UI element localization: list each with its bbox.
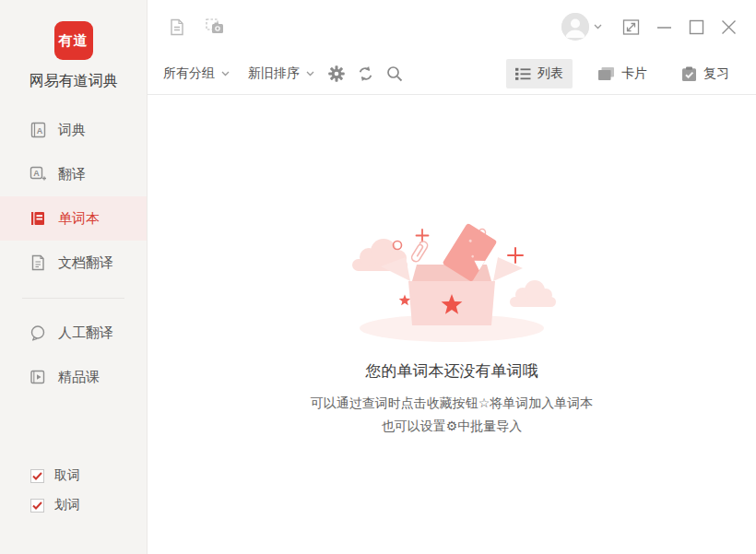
- sidebar-item-label: 文档翻译: [58, 254, 113, 272]
- maximize-icon: [689, 19, 704, 35]
- youdao-logo: 有道: [54, 21, 93, 60]
- empty-state-hints: 可以通过查词时点击收藏按钮☆将单词加入单词本 也可以设置⚙中批量导入: [311, 392, 594, 438]
- cloud-right-shape: [510, 280, 556, 307]
- new-document-button[interactable]: [169, 18, 185, 36]
- wordbook-toolbar: 所有分组 新旧排序: [148, 53, 756, 95]
- translate-icon: A: [29, 165, 47, 183]
- wordbook-content: 您的单词本还没有单词哦 可以通过查词时点击收藏按钮☆将单词加入单词本 也可以设置…: [148, 95, 756, 554]
- sidebar-item-document-translate[interactable]: 文档翻译: [0, 241, 147, 285]
- card-view-icon: [597, 66, 615, 82]
- toggle-word-capture[interactable]: 取词: [30, 461, 147, 490]
- sidebar-item-courses[interactable]: 精品课: [0, 355, 147, 399]
- view-label: 复习: [703, 65, 729, 82]
- wordbook-icon: [29, 209, 47, 228]
- chevron-down-icon: [221, 71, 230, 77]
- list-view-icon: [515, 67, 531, 81]
- group-filter-label: 所有分组: [163, 65, 215, 82]
- toggle-word-select[interactable]: 划词: [30, 490, 147, 520]
- chevron-down-icon: [306, 71, 314, 77]
- screenshot-capture-icon: [206, 18, 224, 35]
- capture-toggles: 取词 划词: [0, 461, 147, 554]
- sidebar-item-dictionary[interactable]: A 词典: [0, 108, 147, 152]
- view-card-button[interactable]: 卡片: [588, 59, 656, 88]
- paperclip-shape: [410, 240, 429, 263]
- document-translate-icon: [29, 253, 47, 272]
- sidebar-item-label: 翻译: [58, 166, 86, 183]
- toggle-label: 取词: [54, 467, 80, 484]
- titlebar: [148, 0, 756, 53]
- new-document-icon: [169, 18, 185, 36]
- sidebar-item-label: 精品课: [58, 369, 100, 386]
- maximize-button[interactable]: [689, 19, 704, 35]
- sidebar-item-label: 单词本: [58, 210, 100, 228]
- settings-gear-button[interactable]: [328, 65, 345, 82]
- minimize-icon: [656, 19, 672, 35]
- toggle-label: 划词: [54, 497, 80, 513]
- empty-wordbook-illustration: [313, 211, 590, 349]
- view-switcher: 列表 卡片 复习: [506, 59, 738, 88]
- view-label: 列表: [537, 65, 563, 82]
- sort-order-label: 新旧排序: [248, 65, 300, 82]
- check-icon: [32, 472, 42, 480]
- empty-state-hint-line: 也可以设置⚙中批量导入: [311, 415, 594, 438]
- close-button[interactable]: [721, 19, 737, 35]
- minimize-button[interactable]: [656, 19, 672, 35]
- sidebar-item-translate[interactable]: A 翻译: [0, 152, 147, 196]
- sidebar: 有道 网易有道词典 A 词典 A: [0, 0, 148, 554]
- sidebar-item-label: 词典: [58, 122, 86, 139]
- search-button[interactable]: [386, 65, 403, 82]
- review-button[interactable]: 复习: [672, 59, 738, 88]
- user-avatar-icon: [561, 13, 589, 41]
- close-icon: [721, 19, 737, 35]
- settings-gear-icon: [328, 65, 345, 82]
- mini-mode-button[interactable]: [622, 18, 640, 36]
- view-list-button[interactable]: 列表: [506, 59, 573, 88]
- toolbar-action-icons: [328, 65, 403, 82]
- word-select-checkbox[interactable]: [30, 499, 44, 513]
- svg-text:A: A: [37, 126, 43, 136]
- mini-mode-icon: [622, 18, 640, 36]
- sort-order-dropdown[interactable]: 新旧排序: [248, 65, 314, 82]
- view-label: 卡片: [621, 65, 647, 82]
- sidebar-nav: A 词典 A 翻译: [0, 108, 147, 399]
- sidebar-item-wordbook[interactable]: 单词本: [0, 196, 147, 241]
- main-panel: 所有分组 新旧排序: [148, 0, 756, 554]
- course-icon: [29, 368, 47, 386]
- chevron-down-icon: [594, 24, 602, 29]
- svg-text:A: A: [33, 169, 40, 178]
- refresh-icon: [357, 65, 374, 82]
- word-capture-checkbox[interactable]: [30, 469, 44, 483]
- brand: 有道 网易有道词典: [0, 0, 147, 91]
- youdao-dictionary-window: 有道 网易有道词典 A 词典 A: [0, 0, 756, 554]
- empty-state-hint-line: 可以通过查词时点击收藏按钮☆将单词加入单词本: [311, 392, 594, 415]
- account-menu[interactable]: [561, 13, 602, 41]
- check-icon: [32, 501, 42, 510]
- screenshot-capture-button[interactable]: [206, 18, 224, 35]
- human-translate-icon: [29, 324, 47, 342]
- dictionary-icon: A: [29, 121, 47, 139]
- review-icon: [681, 66, 697, 82]
- empty-state-title: 您的单词本还没有单词哦: [366, 360, 538, 383]
- search-icon: [386, 65, 403, 82]
- titlebar-right: [561, 13, 737, 41]
- group-filter-dropdown[interactable]: 所有分组: [163, 65, 230, 82]
- sidebar-item-label: 人工翻译: [58, 324, 113, 342]
- titlebar-left-icons: [169, 18, 224, 36]
- app-title: 网易有道词典: [30, 72, 118, 91]
- sidebar-divider: [22, 298, 124, 299]
- window-controls: [622, 18, 737, 36]
- sidebar-item-human-translate[interactable]: 人工翻译: [0, 311, 147, 355]
- refresh-button[interactable]: [357, 65, 374, 82]
